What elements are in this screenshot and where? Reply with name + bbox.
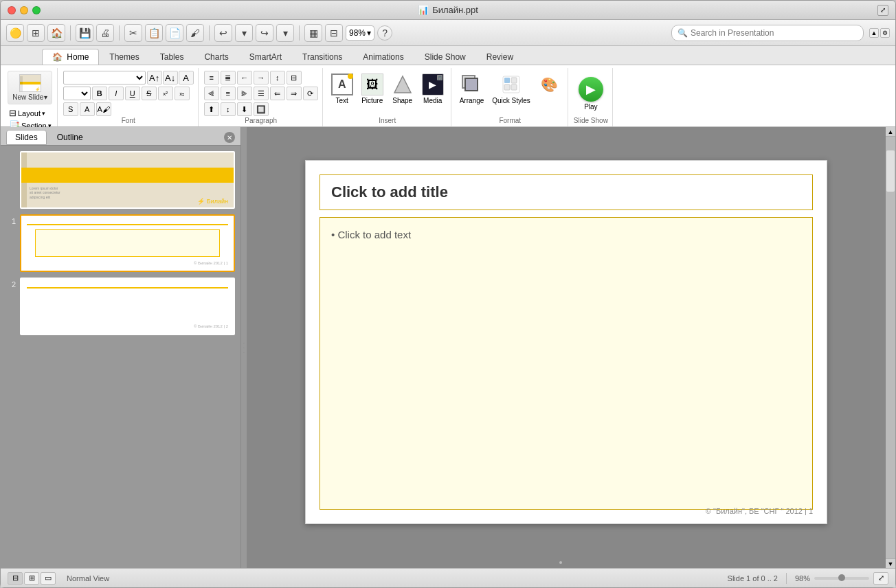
italic-button[interactable]: I: [109, 87, 124, 100]
presenter-view-button[interactable]: ▭: [41, 572, 56, 585]
format-painter-button[interactable]: 🖌: [186, 24, 204, 42]
slide-content-area[interactable]: • Click to add text: [320, 217, 813, 510]
slide-title-area[interactable]: Click to add title: [320, 174, 813, 210]
shadow-button[interactable]: S: [63, 102, 78, 116]
strikethrough-button[interactable]: S: [142, 87, 157, 100]
convert-smartart-button[interactable]: 🔲: [254, 102, 269, 116]
quick-styles-button[interactable]: Quick Styles: [489, 71, 533, 107]
grid-button[interactable]: ⊞: [27, 24, 45, 42]
scroll-up-button[interactable]: ▲: [886, 127, 895, 137]
font-highlight-button[interactable]: A🖌: [96, 102, 111, 116]
align-right-button[interactable]: ⫸: [237, 87, 252, 100]
underline-button[interactable]: U: [125, 87, 140, 100]
line-spacing-button[interactable]: ↕: [270, 71, 285, 84]
slide-thumbnail[interactable]: © Билайн 2012 | 2: [20, 278, 235, 335]
scroll-down-button[interactable]: ▼: [886, 558, 895, 568]
close-button[interactable]: [8, 6, 16, 14]
zoom-dropdown-icon[interactable]: ▾: [367, 28, 371, 38]
view-button[interactable]: ▦: [304, 24, 322, 42]
tab-outline-panel[interactable]: Outline: [48, 130, 92, 145]
picture-insert-button[interactable]: 🖼 Picture: [359, 71, 386, 107]
resize-button[interactable]: ⤢: [877, 5, 888, 16]
align-left-button[interactable]: ⫷: [204, 87, 219, 100]
superscript-button[interactable]: x²: [158, 87, 173, 100]
font-size-decrease-button[interactable]: A↓: [163, 71, 178, 84]
scroll-thumb[interactable]: [886, 150, 895, 192]
fullscreen-button[interactable]: ⤢: [873, 572, 888, 585]
grid-view-button[interactable]: ⊞: [24, 572, 39, 585]
ltr-button[interactable]: ⇒: [287, 87, 302, 100]
main-content: Slides Outline ✕ Lorem ipsum dolorsit am…: [1, 127, 895, 568]
rtl-button[interactable]: ⇐: [270, 87, 285, 100]
ribbon-options-button[interactable]: ⚙: [880, 28, 890, 38]
tab-animations[interactable]: Animations: [352, 49, 414, 65]
maximize-button[interactable]: [32, 6, 41, 14]
new-slide-button[interactable]: ⚡ New Slide ▾: [8, 71, 52, 104]
thumb-slide-2: © Билайн 2012 | 2: [21, 279, 234, 334]
print-button[interactable]: 🖨: [96, 24, 114, 42]
columns-button[interactable]: ⊟: [287, 71, 302, 84]
redo-button[interactable]: ↪: [256, 24, 273, 42]
undo-dropdown-button[interactable]: ▾: [235, 24, 253, 42]
font-size-increase-button[interactable]: A↑: [147, 71, 162, 84]
minimize-button[interactable]: [20, 6, 28, 14]
cut-button[interactable]: ✂: [124, 24, 142, 42]
slide-thumbnail[interactable]: Lorem ipsum dolorsit amet consecteturadi…: [20, 151, 235, 209]
increase-indent-button[interactable]: →: [254, 71, 269, 84]
font-family-select[interactable]: [63, 71, 146, 84]
panel-resize-handle[interactable]: · · ·: [241, 127, 247, 568]
text-icon: A: [331, 74, 353, 95]
close-panel-button[interactable]: ✕: [224, 132, 235, 143]
play-label: Play: [584, 103, 597, 111]
align-bottom-button[interactable]: ⬇: [237, 102, 252, 116]
slide-canvas[interactable]: Click to add title • Click to add text ©…: [305, 160, 827, 524]
normal-view-button[interactable]: ⊟: [8, 572, 23, 585]
tab-transitions[interactable]: Transitions: [292, 49, 352, 65]
zoom-slider-thumb[interactable]: [838, 574, 845, 581]
ribbon-collapse-button[interactable]: ▲: [869, 28, 879, 38]
align-middle-button[interactable]: ↕: [221, 102, 236, 116]
vertical-scrollbar[interactable]: ▲ ▼: [886, 127, 895, 568]
tab-smartart[interactable]: SmartArt: [239, 49, 292, 65]
search-input[interactable]: [691, 28, 858, 38]
slide-thumbnail[interactable]: © Билайн 2012 | 1: [20, 214, 235, 272]
align-top-button[interactable]: ⬆: [204, 102, 219, 116]
layout-button[interactable]: ⊟ Layout ▾: [8, 107, 53, 119]
zoom-slider[interactable]: [814, 577, 869, 580]
font-color-button[interactable]: A: [80, 102, 95, 116]
tab-slides-panel[interactable]: Slides: [6, 130, 47, 145]
arrange-button[interactable]: Arrange: [457, 71, 487, 107]
save-button[interactable]: 💾: [76, 24, 93, 42]
text-direction-button[interactable]: ⟳: [303, 87, 318, 100]
search-box[interactable]: 🔍: [671, 25, 864, 41]
bullet-list-button[interactable]: ≡: [204, 71, 219, 84]
new-button[interactable]: 🟡: [6, 24, 24, 42]
paste-button[interactable]: 📄: [166, 24, 183, 42]
redo-dropdown-button[interactable]: ▾: [276, 24, 294, 42]
tab-tables[interactable]: Tables: [150, 49, 194, 65]
zoom-out-button[interactable]: ⊟: [325, 24, 343, 42]
numbered-list-button[interactable]: ≣: [221, 71, 236, 84]
media-insert-button[interactable]: ▶ 🎵 Media: [419, 71, 447, 107]
clear-formatting-button[interactable]: A: [179, 71, 194, 84]
bold-button[interactable]: B: [92, 87, 107, 100]
play-button[interactable]: ▶ Play: [576, 74, 606, 113]
tab-home[interactable]: 🏠 Home: [42, 49, 99, 65]
align-center-button[interactable]: ≡: [221, 87, 236, 100]
tab-review[interactable]: Review: [476, 49, 524, 65]
copy-button[interactable]: 📋: [145, 24, 163, 42]
home-button[interactable]: 🏠: [47, 24, 65, 42]
decrease-indent-button[interactable]: ←: [237, 71, 252, 84]
justify-button[interactable]: ☰: [254, 87, 269, 100]
font-size-select[interactable]: [63, 87, 91, 100]
tab-themes[interactable]: Themes: [99, 49, 149, 65]
shape-insert-button[interactable]: Shape: [389, 71, 416, 107]
text-insert-button[interactable]: A Text: [328, 71, 356, 107]
tab-charts[interactable]: Charts: [194, 49, 238, 65]
color-effects-button[interactable]: 🎨: [536, 71, 563, 100]
undo-button[interactable]: ↩: [214, 24, 232, 42]
help-button[interactable]: ?: [377, 25, 392, 41]
subscript-button[interactable]: x₂: [175, 87, 190, 100]
tab-slideshow[interactable]: Slide Show: [414, 49, 476, 65]
list-item: 1 © Билайн 2012 | 1: [6, 214, 235, 272]
